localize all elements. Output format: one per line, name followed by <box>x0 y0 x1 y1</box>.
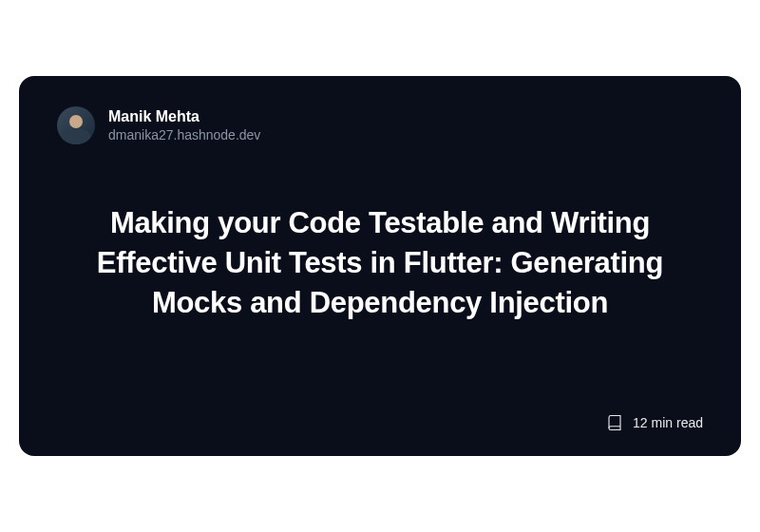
author-avatar[interactable] <box>57 106 95 144</box>
read-time-badge: 12 min read <box>606 414 703 431</box>
book-icon <box>606 414 623 431</box>
author-row: Manik Mehta dmanika27.hashnode.dev <box>57 106 703 144</box>
author-name[interactable]: Manik Mehta <box>108 107 260 125</box>
read-time-text: 12 min read <box>633 415 703 430</box>
author-info: Manik Mehta dmanika27.hashnode.dev <box>108 107 260 143</box>
article-title: Making your Code Testable and Writing Ef… <box>57 203 703 323</box>
article-card: Manik Mehta dmanika27.hashnode.dev Makin… <box>19 76 741 456</box>
author-domain[interactable]: dmanika27.hashnode.dev <box>108 127 260 143</box>
